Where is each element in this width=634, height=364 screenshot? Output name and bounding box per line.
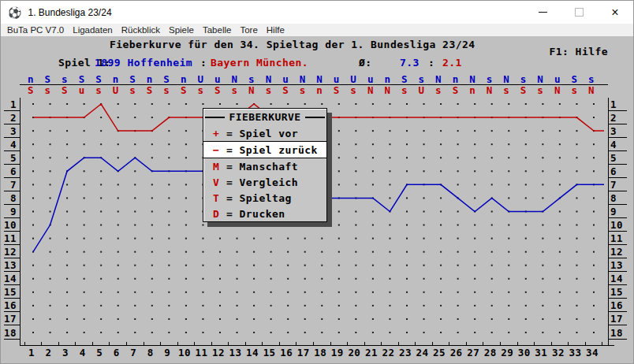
svg-text:8: 8: [10, 192, 17, 204]
svg-text:9: 9: [10, 206, 17, 217]
svg-text:8: 8: [610, 192, 617, 204]
svg-text:15: 15: [4, 286, 17, 298]
menubox-item-manschaft[interactable]: M = Manschaft: [203, 158, 326, 174]
svg-text:s: s: [248, 73, 255, 85]
svg-text:s: s: [520, 73, 527, 85]
svg-text:14: 14: [246, 347, 259, 358]
menu-item-tore[interactable]: Tore: [240, 25, 257, 35]
svg-text:N: N: [469, 73, 476, 85]
window-controls: ×: [524, 1, 633, 24]
menu-item-hilfe[interactable]: Hilfe: [267, 25, 285, 35]
svg-text:11: 11: [195, 347, 207, 358]
svg-text:6: 6: [10, 165, 17, 177]
svg-text:N: N: [537, 73, 543, 85]
svg-text:4: 4: [10, 139, 17, 150]
menu-item-buta-pc[interactable]: BuTa PC V7.0: [7, 25, 64, 35]
menubox-item-vergleich[interactable]: V = Vergleich: [203, 174, 326, 190]
menubox-item-spiel-vor[interactable]: + = Spiel vor: [203, 125, 326, 142]
svg-text:S: S: [147, 84, 153, 96]
window-title: 1. Bundesliga 23/24: [28, 7, 111, 18]
svg-text:S: S: [79, 73, 85, 85]
svg-text:34: 34: [586, 347, 599, 358]
svg-text:7: 7: [130, 347, 136, 358]
svg-text:s: s: [163, 84, 170, 96]
menubox-item-label: = Drucken: [226, 208, 285, 220]
svg-text:30: 30: [518, 347, 531, 358]
svg-text:5: 5: [96, 347, 103, 358]
svg-text:s: s: [571, 84, 577, 96]
svg-text:N: N: [384, 84, 390, 96]
svg-text:N: N: [266, 73, 272, 85]
svg-text:13: 13: [610, 259, 623, 271]
menu-dash-right: [305, 117, 325, 118]
svg-text:s: s: [266, 84, 272, 96]
svg-text:s: s: [232, 84, 238, 96]
menubox-item-label: = Spieltag: [226, 192, 292, 204]
svg-text:N: N: [487, 84, 493, 96]
minimize-icon: [539, 12, 547, 13]
menubox-item-key: T: [213, 192, 226, 204]
svg-text:n: n: [384, 73, 390, 85]
menubox-item-drucken[interactable]: D = Drucken: [203, 206, 326, 221]
svg-text:21: 21: [365, 347, 378, 358]
svg-text:S: S: [453, 84, 459, 96]
svg-text:14: 14: [610, 273, 623, 284]
minimize-button[interactable]: [524, 1, 561, 24]
svg-text:N: N: [248, 84, 255, 96]
svg-text:23: 23: [399, 347, 412, 358]
menubox-item-key: V: [213, 176, 226, 188]
svg-text:7: 7: [610, 179, 617, 191]
menu-item-tabelle[interactable]: Tabelle: [203, 25, 231, 35]
svg-text:6: 6: [114, 347, 120, 358]
svg-text:u: u: [214, 73, 221, 85]
menubox-item-key: M: [213, 161, 226, 173]
svg-text:16: 16: [280, 347, 293, 358]
close-icon: ×: [611, 6, 618, 19]
menubox-item-label: = Manschaft: [226, 161, 298, 173]
svg-text:17: 17: [297, 347, 310, 358]
svg-text:22: 22: [382, 347, 394, 358]
svg-text:S: S: [401, 73, 408, 85]
svg-text:3: 3: [10, 125, 17, 137]
svg-text:S: S: [181, 84, 187, 96]
svg-text:s: s: [401, 84, 408, 96]
svg-text:32: 32: [552, 347, 565, 358]
svg-text:6: 6: [610, 165, 617, 177]
menubox-item-spieltag[interactable]: T = Spieltag: [203, 190, 326, 206]
svg-text:s: s: [487, 73, 493, 85]
svg-text:18: 18: [610, 327, 623, 339]
dos-screen: Fieberkurve für den 34. Spieltag der 1. …: [1, 36, 634, 364]
svg-text:s: s: [435, 84, 442, 96]
svg-text:15: 15: [263, 347, 276, 358]
svg-text:n: n: [316, 84, 323, 96]
close-button[interactable]: ×: [597, 1, 633, 24]
menu-item-rueckblick[interactable]: Rückblick: [121, 25, 160, 35]
svg-text:s: s: [537, 84, 543, 96]
svg-text:10: 10: [178, 347, 191, 358]
svg-text:s: s: [588, 73, 595, 85]
svg-text:N: N: [554, 84, 561, 96]
menu-item-ligadaten[interactable]: Ligadaten: [73, 25, 113, 35]
svg-text:14: 14: [4, 273, 17, 284]
menubox-item-spiel-zurueck[interactable]: − = Spiel zurück: [203, 142, 326, 158]
svg-text:s: s: [197, 84, 203, 96]
svg-text:u: u: [79, 84, 85, 96]
svg-text:4: 4: [610, 139, 617, 150]
svg-text:u: u: [282, 73, 289, 85]
svg-text:18: 18: [4, 327, 17, 339]
svg-text:16: 16: [4, 299, 17, 311]
svg-text:16: 16: [610, 299, 623, 311]
svg-text:28: 28: [484, 347, 497, 358]
menubox-item-label: = Spiel zurück: [226, 144, 318, 156]
fieberkurve-menu-header: FIEBERKURVE: [203, 109, 326, 125]
menu-dash-left: [205, 117, 225, 118]
menu-item-spiele[interactable]: Spiele: [169, 25, 194, 35]
fieberkurve-menu: FIEBERKURVE + = Spiel vor − = Spiel zurü…: [203, 108, 327, 222]
svg-text:N: N: [316, 73, 323, 85]
svg-text:s: s: [419, 73, 425, 85]
svg-text:n: n: [147, 73, 153, 85]
svg-text:s: s: [45, 84, 51, 96]
svg-text:13: 13: [229, 347, 242, 358]
svg-text:S: S: [571, 73, 577, 85]
svg-text:1: 1: [28, 347, 35, 358]
